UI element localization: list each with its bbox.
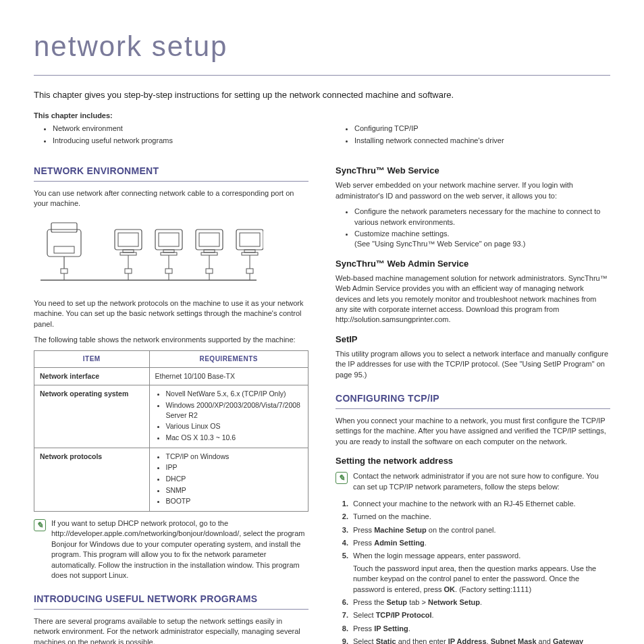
chapter-intro: This chapter gives you step-by-step inst…: [34, 89, 610, 101]
step-item: Select TCP/IP Protocol.: [350, 610, 610, 620]
svg-rect-19: [165, 269, 172, 273]
table-cell-item: Network operating system: [34, 385, 150, 448]
list-item: IPP: [166, 462, 302, 473]
network-diagram: [34, 216, 308, 293]
list-item: Novell NetWare 5.x, 6.x (TCP/IP Only): [166, 389, 302, 399]
list-item: Introducing useful network programs: [53, 136, 308, 146]
svg-rect-29: [240, 233, 260, 246]
step-item: Press Admin Setting.: [350, 538, 610, 548]
steps-list: Connect your machine to the network with…: [336, 499, 610, 644]
svg-rect-9: [123, 250, 134, 252]
step-item: Turned on the machine.: [350, 512, 610, 522]
list-item: Windows 2000/XP/2003/2008/Vista/7/2008 S…: [166, 400, 302, 420]
note-icon: ✎: [336, 472, 348, 484]
svg-rect-4: [61, 269, 68, 273]
step-item: Press Machine Setup on the control panel…: [350, 525, 610, 535]
heading-syncthru-web: SyncThru™ Web Service: [336, 165, 610, 177]
note-icon: ✎: [34, 519, 46, 531]
svg-rect-12: [125, 269, 132, 273]
step-item: When the login message appears, enter pa…: [350, 551, 610, 595]
svg-rect-10: [120, 252, 136, 255]
list-item: DHCP: [166, 474, 302, 484]
svg-rect-30: [244, 250, 255, 252]
sync-web-bullets: Configure the network parameters necessa…: [336, 207, 610, 250]
svg-rect-2: [54, 246, 74, 253]
includes-right: Configuring TCP/IP Installing network co…: [336, 124, 610, 146]
tcpip-p1: When you connect your machine to a netwo…: [336, 416, 610, 447]
list-item: Configure the network parameters necessa…: [354, 207, 610, 227]
step-item: Press IP Setting.: [350, 624, 610, 634]
list-item: TCP/IP on Windows: [166, 452, 302, 462]
step-item: Press the Setup tab > Network Setup.: [350, 597, 610, 608]
heading-network-environment: Network Environment: [34, 165, 308, 182]
svg-rect-8: [118, 233, 138, 246]
includes-label: This chapter includes:: [34, 111, 610, 121]
th-req: Requirements: [149, 351, 308, 368]
list-item: Customize machine settings. (See "Using …: [354, 229, 610, 250]
note-text: Contact the network administrator if you…: [353, 471, 610, 492]
table-row: Network protocolsTCP/IP on WindowsIPPDHC…: [34, 448, 308, 511]
intro-programs-p1: There are several programs available to …: [34, 616, 308, 644]
svg-rect-26: [206, 269, 213, 273]
netenv-p2: You need to set up the network protocols…: [34, 298, 308, 329]
heading-configuring-tcpip: Configuring TCP/IP: [336, 392, 610, 409]
table-row: Network interfaceEthernet 10/100 Base-TX: [34, 368, 308, 385]
heading-useful-programs: Introducing Useful Network Programs: [34, 593, 308, 610]
page-title: network setup: [34, 27, 610, 76]
table-cell-item: Network protocols: [34, 448, 150, 511]
netenv-p1: You can use network after connecting net…: [34, 188, 308, 209]
list-item: SNMP: [166, 485, 302, 495]
list-item: Configuring TCP/IP: [354, 124, 610, 134]
note-text: If you want to setup DHCP network protoc…: [51, 518, 308, 581]
svg-rect-22: [199, 233, 219, 246]
svg-rect-31: [242, 252, 258, 255]
svg-rect-23: [204, 250, 215, 252]
svg-rect-16: [163, 250, 174, 252]
svg-rect-0: [47, 230, 81, 257]
list-item: BOOTP: [166, 496, 302, 506]
table-cell-req: Ethernet 10/100 Base-TX: [149, 368, 308, 385]
table-cell-req: TCP/IP on WindowsIPPDHCPSNMPBOOTP: [149, 448, 308, 511]
list-item: Various Linux OS: [166, 421, 302, 431]
th-item: Item: [34, 351, 150, 368]
heading-setting-network-address: Setting the network address: [336, 455, 610, 467]
sync-admin-p1: Web-based machine management solution fo…: [336, 273, 610, 325]
list-item: Mac OS X 10.3 ~ 10.6: [166, 433, 302, 443]
setnet-note: ✎ Contact the network administrator if y…: [336, 471, 610, 492]
step-item: Select Static and then enter IP Address,…: [350, 637, 610, 644]
svg-rect-33: [246, 269, 253, 273]
heading-setip: SetIP: [336, 333, 610, 346]
table-cell-req: Novell NetWare 5.x, 6.x (TCP/IP Only)Win…: [149, 385, 308, 448]
svg-rect-15: [159, 233, 179, 246]
table-row: Network operating systemNovell NetWare 5…: [34, 385, 308, 448]
includes-left: Network environment Introducing useful n…: [34, 124, 308, 146]
svg-rect-1: [51, 223, 77, 232]
requirements-table: Item Requirements Network interfaceEther…: [34, 350, 308, 512]
netenv-p3: The following table shows the network en…: [34, 335, 308, 345]
dhcp-note: ✎ If you want to setup DHCP network prot…: [34, 518, 308, 581]
step-item: Connect your machine to the network with…: [350, 499, 610, 509]
table-cell-item: Network interface: [34, 368, 150, 385]
setip-p1: This utility program allows you to selec…: [336, 349, 610, 380]
svg-rect-24: [201, 252, 217, 255]
includes-lists: Network environment Introducing useful n…: [34, 124, 610, 153]
svg-rect-17: [161, 252, 177, 255]
heading-syncthru-admin: SyncThru™ Web Admin Service: [336, 258, 610, 270]
list-item: Network environment: [53, 124, 308, 134]
sync-web-p1: Web server embedded on your network mach…: [336, 180, 610, 201]
list-item: Installing network connected machine's d…: [354, 136, 610, 146]
